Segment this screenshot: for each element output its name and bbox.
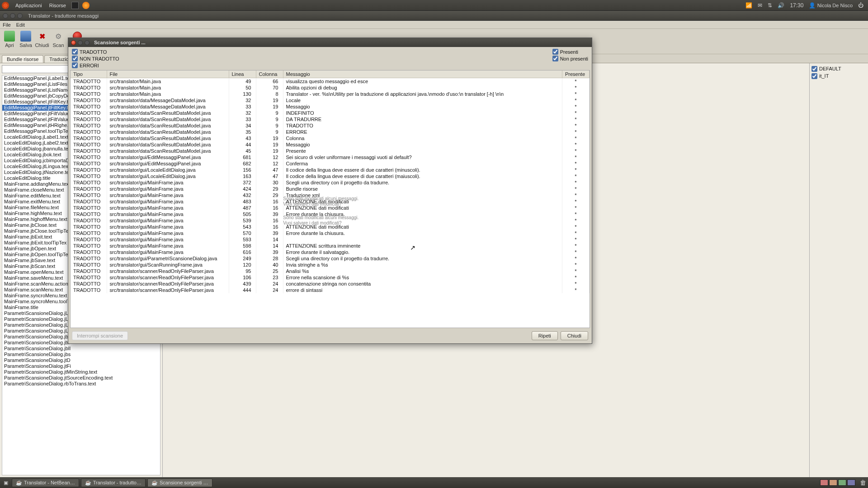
locales-pane: DEFAULT it_IT (809, 63, 868, 477)
table-row[interactable]: TRADOTTOsrc/translator/gui/MainFrame.jav… (71, 243, 590, 249)
list-item[interactable]: ParametriScansioneDialog.jtSourceEncodin… (2, 375, 160, 381)
dialog-minimize-icon[interactable] (78, 40, 83, 45)
table-row[interactable]: TRADOTTOsrc/translator/gui/ScanRunningFr… (71, 262, 590, 268)
table-row[interactable]: TRADOTTOsrc/translator/data/ScanResultDa… (71, 116, 590, 122)
network-icon[interactable]: 📶 (745, 2, 752, 9)
app-title: Translator - traduttore messaggi (28, 13, 99, 19)
menu-bar: File Edit (0, 21, 868, 29)
open-button[interactable]: Apri (3, 31, 16, 48)
menu-edit[interactable]: Edit (16, 22, 25, 28)
col-tipo[interactable]: Tipo (71, 70, 107, 78)
table-row[interactable]: TRADOTTOsrc/translator/scanner/ReadOnlyF… (71, 287, 590, 293)
table-row[interactable]: TRADOTTOsrc/translator/Main.java1308Tran… (71, 91, 590, 97)
table-row[interactable]: TRADOTTOsrc/translator/data/MessageDataM… (71, 97, 590, 103)
table-row[interactable]: TRADOTTOsrc/translator/scanner/ReadOnlyF… (71, 281, 590, 287)
dialog-close-icon[interactable] (71, 40, 76, 45)
mail-icon[interactable]: ✉ (758, 2, 762, 9)
table-row[interactable]: TRADOTTOsrc/translator/gui/MainFrame.jav… (71, 230, 590, 236)
col-file[interactable]: File (107, 70, 229, 78)
scan-button[interactable]: ⚙ Scan (52, 31, 65, 48)
save-button[interactable]: Salva (19, 31, 33, 48)
workspace-1[interactable] (820, 479, 828, 486)
firefox-launcher-icon[interactable] (82, 2, 90, 9)
workspace-2[interactable] (829, 479, 837, 486)
volume-icon[interactable]: 🔊 (778, 2, 784, 9)
filter-errori[interactable]: ERRORI (72, 62, 119, 68)
dialog-footer: Interrompi scansione Ripeti Chiudi (68, 328, 592, 343)
scan-results-table[interactable]: Tipo File Linea Colonna Messaggio Presen… (70, 70, 590, 328)
dialog-title: Scansione sorgenti ... (94, 40, 146, 45)
table-row[interactable]: TRADOTTOsrc/translator/scanner/ReadOnlyF… (71, 274, 590, 281)
col-messaggio[interactable]: Messaggio (283, 70, 562, 78)
table-row[interactable]: TRADOTTOsrc/translator/gui/EditMessaggiP… (71, 154, 590, 160)
save-icon (20, 31, 31, 42)
col-colonna[interactable]: Colonna (256, 70, 283, 78)
table-row[interactable]: TRADOTTOsrc/translator/data/ScanResultDa… (71, 122, 590, 129)
locale-default[interactable]: DEFAULT (811, 65, 866, 72)
table-row[interactable]: TRADOTTOsrc/translator/data/MessageDataM… (71, 103, 590, 110)
ubuntu-logo-icon[interactable] (2, 2, 9, 9)
list-item[interactable]: ParametriScansioneDialog.rbToTrans.text (2, 381, 160, 387)
dialog-titlebar[interactable]: Scansione sorgenti ... (68, 38, 592, 47)
app-titlebar: Translator - traduttore messaggi (0, 11, 868, 21)
table-row[interactable]: TRADOTTOsrc/translator/data/ScanResultDa… (71, 141, 590, 148)
task-translator[interactable]: ☕Translator - tradutto… (81, 479, 146, 487)
trash-icon[interactable]: 🗑 (860, 479, 866, 486)
table-row[interactable]: TRADOTTOsrc/translator/gui/MainFrame.jav… (71, 236, 590, 243)
table-row[interactable]: TRADOTTOsrc/translator/scanner/ReadOnlyF… (71, 268, 590, 274)
table-row[interactable]: TRADOTTOsrc/translator/gui/ParametriScan… (71, 255, 590, 262)
locale-it[interactable]: it_IT (811, 72, 866, 80)
close-dialog-button[interactable]: Chiudi (561, 331, 588, 340)
list-item[interactable]: ParametriScansioneDialog.jtFi (2, 363, 160, 369)
col-linea[interactable]: Linea (229, 70, 256, 78)
window-minimize-icon[interactable] (10, 13, 15, 19)
workspace-3[interactable] (838, 479, 846, 486)
table-row[interactable]: TRADOTTOsrc/translator/data/ScanResultDa… (71, 148, 590, 154)
table-row[interactable]: TRADOTTOsrc/translator/gui/MainFrame.jav… (71, 186, 590, 192)
filter-nontradotto[interactable]: NON TRADOTTO (72, 56, 119, 61)
table-row[interactable]: TRADOTTOsrc/translator/gui/MainFrame.jav… (71, 249, 590, 255)
repeat-button[interactable]: Ripeti (532, 331, 558, 340)
gear-icon: ⚙ (53, 31, 64, 42)
table-row[interactable]: TRADOTTOsrc/translator/gui/LocaleEditDia… (71, 173, 590, 179)
tab-bundle[interactable]: Bundle risorse (2, 55, 43, 63)
filter-nonpresenti[interactable]: Non presenti (552, 56, 588, 61)
menu-file[interactable]: File (3, 22, 11, 28)
table-row[interactable]: TRADOTTOsrc/translator/gui/LocaleEditDia… (71, 167, 590, 173)
close-button[interactable]: ✖ Chiudi (35, 31, 49, 48)
task-scan[interactable]: ☕Scansione sorgenti … (147, 479, 212, 487)
menu-applications[interactable]: Applicazioni (12, 3, 46, 8)
table-row[interactable]: TRADOTTOsrc/translator/gui/MainFrame.jav… (71, 179, 590, 186)
list-item[interactable]: ParametriScansioneDialog.jblI (2, 346, 160, 352)
window-close-icon[interactable] (3, 13, 8, 19)
terminal-launcher-icon[interactable] (71, 2, 79, 9)
table-row[interactable]: TRADOTTOsrc/translator/data/ScanResultDa… (71, 129, 590, 135)
show-desktop-icon[interactable]: ▣ (4, 480, 8, 486)
table-row[interactable]: TRADOTTOsrc/translator/data/ScanResultDa… (71, 110, 590, 116)
window-maximize-icon[interactable] (17, 13, 23, 19)
table-row[interactable]: TRADOTTOsrc/translator/gui/MainFrame.jav… (71, 198, 590, 205)
filter-tradotto[interactable]: TRADOTTO (72, 49, 119, 55)
power-icon[interactable]: ⏻ (858, 2, 863, 9)
gnome-taskbar: ▣ ☕Translator - NetBean… ☕Translator - t… (0, 477, 868, 488)
workspace-4[interactable] (847, 479, 855, 486)
filter-presenti[interactable]: Presenti (552, 49, 588, 55)
scan-dialog: Scansione sorgenti ... TRADOTTO NON TRAD… (68, 38, 592, 344)
task-netbeans[interactable]: ☕Translator - NetBean… (12, 479, 79, 487)
table-row[interactable]: TRADOTTOsrc/translator/gui/MainFrame.jav… (71, 217, 590, 224)
table-row[interactable]: TRADOTTOsrc/translator/gui/EditMessaggiP… (71, 160, 590, 167)
open-icon (4, 31, 15, 42)
interrupt-button: Interrompi scansione (72, 331, 128, 340)
clock[interactable]: 17:30 (790, 2, 803, 9)
menu-places[interactable]: Risorse (46, 3, 70, 8)
dialog-maximize-icon[interactable] (85, 40, 90, 45)
list-item[interactable]: ParametriScansioneDialog.jtMinString.tex… (2, 369, 160, 375)
list-item[interactable]: ParametriScansioneDialog.jtD (2, 357, 160, 363)
col-presente[interactable]: Presente (562, 70, 590, 78)
table-row[interactable]: TRADOTTOsrc/translator/Main.java4966visu… (71, 78, 590, 85)
table-row[interactable]: TRADOTTOsrc/translator/Main.java5070Abil… (71, 84, 590, 91)
user-menu[interactable]: 👤 Nicola De Nisco (809, 2, 853, 9)
sync-icon[interactable]: ⇅ (768, 2, 772, 9)
table-row[interactable]: TRADOTTOsrc/translator/data/ScanResultDa… (71, 135, 590, 141)
list-item[interactable]: ParametriScansioneDialog.jbs (2, 352, 160, 357)
